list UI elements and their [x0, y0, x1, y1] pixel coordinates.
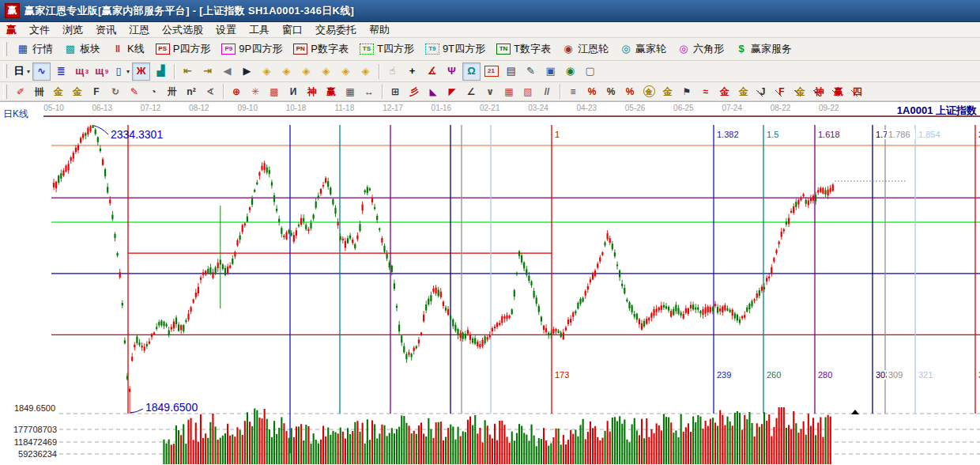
tool-width-arrows[interactable]: ↔ [360, 83, 378, 100]
tool-percent-line-1[interactable]: % [583, 83, 601, 100]
tool-shen-angle[interactable]: 神 [811, 83, 828, 100]
tool-gann-tool[interactable]: Ψ [443, 62, 461, 81]
toolbar-button-sectors[interactable]: ▩板块 [58, 39, 106, 59]
tool-golden-section-2[interactable]: 金 [69, 83, 86, 100]
tool-shen-tool[interactable]: 神 [303, 83, 321, 100]
tool-wave-9[interactable]: щ9 [92, 62, 110, 81]
menu-item-9[interactable]: 帮助 [363, 23, 396, 36]
tool-grid-red[interactable]: ▦ [500, 83, 518, 100]
tool-shift-left[interactable]: ◈ [258, 62, 276, 81]
tool-comb-line[interactable]: 卅 [164, 83, 181, 100]
tool-gold-olive[interactable]: 金 [735, 83, 752, 100]
toolbar-button-quotes[interactable]: ▦行情 [11, 39, 58, 59]
tool-grid-cross[interactable]: ▩ [266, 83, 283, 100]
tool-gann-fan[interactable]: 彡 [405, 83, 423, 100]
tool-slash-lines[interactable]: // [538, 83, 556, 100]
tool-report-edit[interactable]: ✎ [522, 62, 540, 81]
toolbar-button-p-number-table[interactable]: PNP数字表 [288, 39, 354, 59]
toolbar-grip[interactable] [3, 42, 7, 56]
tool-gold-line[interactable]: 金 [659, 83, 677, 100]
tool-page-prev[interactable]: ◀ [218, 62, 236, 81]
tool-golden-section-1[interactable]: 金 [50, 83, 67, 100]
tool-starburst-grid[interactable]: ✳ [247, 83, 264, 100]
tool-expand-view[interactable]: ◈ [337, 62, 355, 81]
tool-fan-box-2[interactable]: ◤ [443, 83, 461, 100]
tool-gold-circle[interactable]: 金 [640, 83, 658, 100]
menu-item-2[interactable]: 资讯 [89, 23, 122, 36]
toolbar-grip[interactable] [3, 64, 7, 78]
tool-fan-box-1[interactable]: ◣ [424, 83, 442, 100]
period-day-dropdown-dropdown-arrow-icon[interactable]: ▾ [27, 68, 30, 75]
tool-pattern-tool[interactable]: Ж [132, 62, 150, 81]
tool-compress-view[interactable]: ◈ [317, 62, 335, 81]
menu-item-0[interactable]: 文件 [23, 23, 56, 36]
tool-page-next[interactable]: ▶ [238, 62, 256, 81]
single-candle-dropdown-dropdown-arrow-icon[interactable]: ▾ [126, 68, 130, 75]
toolbar-button-t-square[interactable]: TST四方形 [354, 39, 420, 59]
tool-crosshair-tool[interactable]: + [403, 62, 421, 81]
tool-v-dotted[interactable]: ∨ [481, 83, 499, 100]
tool-gold-angle[interactable]: 金 [792, 83, 809, 100]
tool-si-angle[interactable]: 四 [849, 83, 866, 100]
toolbar-button-gann-wheel[interactable]: ◉江恩轮 [556, 39, 614, 59]
tool-zigzag-tool[interactable]: ∿ [32, 62, 51, 81]
tool-zoom-horizontal[interactable]: ◈ [297, 62, 315, 81]
tool-calculator[interactable]: ▤ [502, 62, 520, 81]
menu-item-7[interactable]: 窗口 [276, 23, 309, 36]
tool-pen-tool[interactable]: ✐ [12, 83, 29, 100]
menu-item-4[interactable]: 公式选股 [156, 23, 209, 36]
tool-grid-red-arrow[interactable]: ▧ [519, 83, 537, 100]
menu-item-8[interactable]: 交易委托 [309, 23, 363, 36]
tool-percent-line-2[interactable]: % [621, 83, 639, 100]
toolbar-button-p-square[interactable]: PSP四方形 [150, 39, 217, 59]
tool-f-line[interactable]: F [88, 83, 105, 100]
tool-calendar-21[interactable]: 21 [482, 62, 500, 81]
tool-gann-line[interactable]: 卌 [31, 83, 48, 100]
tool-web-report[interactable]: ◉ [561, 62, 579, 81]
tool-ying-tool[interactable]: 赢 [322, 83, 340, 100]
tool-save-chart[interactable]: ▣ [541, 62, 560, 81]
tool-levels-chart[interactable]: ≡ [564, 83, 582, 100]
tool-percent[interactable]: % [602, 83, 620, 100]
toolbar-button-t-number-table[interactable]: TNT数字表 [491, 39, 556, 59]
tool-j-angle[interactable]: J [754, 83, 771, 100]
toolbar-button-t9-square[interactable]: T99T四方形 [420, 39, 491, 59]
tool-hand-tool[interactable]: ☝ [383, 62, 401, 81]
tool-gate-box[interactable]: ⊞ [386, 83, 404, 100]
tool-ying-angle[interactable]: 赢 [830, 83, 847, 100]
chart-area[interactable]: 05-1006-1307-1208-1209-1010-1811-1812-17… [0, 101, 980, 465]
tool-wave-3[interactable]: щ3 [72, 62, 90, 81]
tool-target-circle[interactable]: ⊕ [228, 83, 245, 100]
toolbar-button-winner-wheel[interactable]: ◎赢家轮 [614, 39, 672, 59]
tool-f-angle[interactable]: F [773, 83, 790, 100]
tool-profile-histogram[interactable]: ▟ [152, 62, 170, 81]
tool-grid-123[interactable]: ▦ [341, 83, 359, 100]
tool-remote-computer[interactable]: ▢ [581, 62, 599, 81]
tool-single-candle-dropdown[interactable]: ▯▾ [111, 62, 130, 81]
toolbar-button-kline[interactable]: ‖K线 [106, 39, 150, 59]
toolbar-grip[interactable] [3, 85, 7, 99]
tool-spiral-tool[interactable]: ↻ [107, 83, 124, 100]
tool-wisdom-tool[interactable]: Ω [462, 62, 481, 81]
tool-notes-list[interactable]: ≣ [52, 62, 70, 81]
tool-shift-right[interactable]: ◈ [277, 62, 296, 81]
tool-center-view[interactable]: ◈ [356, 62, 375, 81]
toolbar-button-hexagon[interactable]: ◎六角形 [672, 39, 729, 59]
tool-cycle-clock[interactable]: ◔ [145, 83, 162, 100]
tool-n-square[interactable]: n² [183, 83, 200, 100]
tool-go-last[interactable]: ⇥ [198, 62, 217, 81]
menu-item-3[interactable]: 江恩 [122, 23, 156, 36]
toolbar-button-p9-square[interactable]: P99P四方形 [216, 39, 288, 59]
tool-wave-tool[interactable]: ≈ [697, 83, 714, 100]
tool-pen-chart[interactable]: ✎ [126, 83, 143, 100]
tool-period-day-dropdown[interactable]: 日▾ [12, 62, 31, 81]
menu-item-6[interactable]: 工具 [243, 23, 276, 36]
tool-go-first[interactable]: ⇤ [179, 62, 197, 81]
tool-k-quote[interactable]: И [285, 83, 302, 100]
tool-gold-red[interactable]: 金 [716, 83, 733, 100]
tool-angle-measure-tool[interactable]: ∡ [423, 62, 441, 81]
toolbar-button-winner-service[interactable]: $赢家服务 [729, 39, 797, 59]
menu-item-1[interactable]: 浏览 [56, 23, 89, 36]
kline-chart-canvas[interactable]: 05-1006-1307-1208-1209-1010-1811-1812-17… [0, 101, 980, 465]
menu-item-5[interactable]: 设置 [209, 23, 243, 36]
